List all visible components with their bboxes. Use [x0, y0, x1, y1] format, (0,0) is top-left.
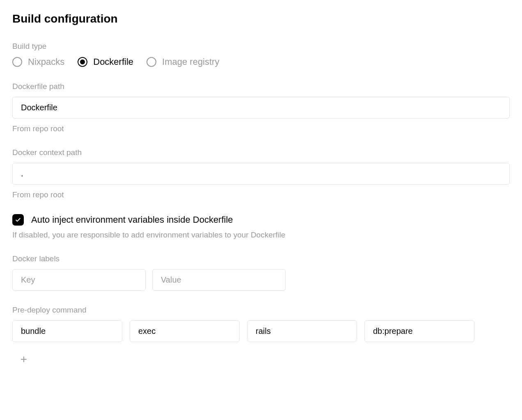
radio-circle-icon [147, 57, 156, 67]
radio-circle-selected-icon [78, 57, 87, 67]
docker-context-path-label: Docker context path [12, 148, 510, 157]
radio-image-registry[interactable]: Image registry [147, 57, 219, 67]
pre-deploy-commands-row [12, 320, 510, 342]
dockerfile-path-label: Dockerfile path [12, 82, 510, 91]
auto-inject-checkbox[interactable] [12, 214, 24, 226]
docker-context-path-helper: From repo root [12, 190, 510, 199]
radio-circle-icon [12, 57, 22, 67]
dockerfile-path-helper: From repo root [12, 124, 510, 133]
radio-label: Nixpacks [28, 57, 64, 67]
pre-deploy-command-input[interactable] [12, 320, 122, 342]
pre-deploy-command-input[interactable] [130, 320, 240, 342]
dockerfile-path-input[interactable] [12, 97, 510, 119]
docker-context-path-input[interactable] [12, 163, 510, 185]
docker-labels-row [12, 269, 510, 291]
pre-deploy-label: Pre-deploy command [12, 306, 510, 315]
radio-dockerfile[interactable]: Dockerfile [78, 57, 133, 67]
pre-deploy-command-input[interactable] [364, 320, 474, 342]
docker-label-key-input[interactable] [12, 269, 146, 291]
build-type-label: Build type [12, 42, 510, 51]
page-title: Build configuration [12, 12, 510, 25]
radio-label: Dockerfile [93, 57, 133, 67]
plus-icon: + [21, 354, 27, 365]
docker-label-value-input[interactable] [152, 269, 286, 291]
build-type-radio-group: Nixpacks Dockerfile Image registry [12, 57, 510, 67]
auto-inject-label: Auto inject environment variables inside… [31, 215, 233, 225]
check-icon [15, 217, 21, 223]
radio-nixpacks[interactable]: Nixpacks [12, 57, 64, 67]
pre-deploy-command-input[interactable] [247, 320, 357, 342]
docker-labels-label: Docker labels [12, 254, 510, 263]
auto-inject-helper: If disabled, you are responsible to add … [12, 231, 510, 240]
radio-label: Image registry [162, 57, 219, 67]
add-command-button[interactable]: + [18, 354, 30, 365]
